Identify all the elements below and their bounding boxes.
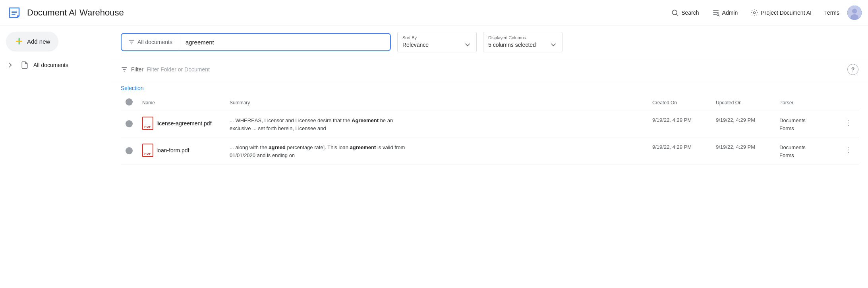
chevron-down-icon <box>464 41 472 49</box>
row-name-cell: PDF loan-form.pdf <box>137 138 225 165</box>
filter-placeholder: Filter Folder or Document <box>147 66 210 73</box>
app-title: Document AI Warehouse <box>27 8 124 18</box>
pdf-icon: PDF <box>142 144 153 157</box>
admin-icon <box>712 9 720 17</box>
pdf-name-wrap: PDF license-agreement.pdf <box>142 117 220 130</box>
row-name-cell: PDF license-agreement.pdf <box>137 111 225 138</box>
col-header-updated-on: Updated On <box>711 94 775 111</box>
row-checkbox-cell <box>121 138 137 165</box>
summary-bold: Agreement <box>352 117 379 123</box>
chevron-right-icon <box>6 61 14 69</box>
row-actions-button[interactable]: ⋮ <box>843 117 854 129</box>
main-content: All documents Sort By Relevance Displaye… <box>111 25 868 288</box>
filter-left: Filter Filter Folder or Document <box>121 66 210 73</box>
help-button[interactable]: ? <box>847 64 858 75</box>
columns-value: 5 columns selected <box>488 42 536 48</box>
col-header-summary: Summary <box>225 94 648 111</box>
row-created-cell: 9/19/22, 4:29 PM <box>648 138 711 165</box>
selection-link[interactable]: Selection <box>121 80 144 94</box>
nav-actions: Search Admin Project Document AI Terms <box>666 6 862 20</box>
search-row: All documents Sort By Relevance Displaye… <box>121 32 858 52</box>
updated-date: 9/19/22, 4:29 PM <box>716 144 755 150</box>
document-filename[interactable]: license-agreement.pdf <box>157 120 212 127</box>
col-header-checkbox <box>121 94 137 111</box>
updated-date: 9/19/22, 4:29 PM <box>716 117 755 123</box>
sort-by-dropdown[interactable]: Sort By Relevance <box>397 32 477 52</box>
logo-area: Document AI Warehouse <box>6 5 666 21</box>
filter-icon <box>121 66 128 73</box>
parser-value: DocumentsForms <box>779 117 833 132</box>
sidebar-item-all-documents[interactable]: All documents <box>0 57 111 73</box>
document-icon <box>21 61 29 69</box>
project-nav-label: Project Document AI <box>761 10 812 16</box>
sidebar-item-label: All documents <box>33 62 68 68</box>
row-actions-button[interactable]: ⋮ <box>843 144 854 156</box>
row-checkbox[interactable] <box>126 147 133 154</box>
row-parser-cell: DocumentsForms <box>775 138 838 165</box>
search-section: All documents Sort By Relevance Displaye… <box>111 25 868 59</box>
svg-line-2 <box>677 14 678 15</box>
more-options-icon: ⋮ <box>845 145 852 154</box>
created-date: 9/19/22, 4:29 PM <box>652 117 692 123</box>
all-documents-filter-label: All documents <box>137 39 172 45</box>
svg-point-6 <box>717 13 719 15</box>
search-icon <box>671 9 679 17</box>
summary-bold: agreed <box>269 144 286 150</box>
filter-row: Filter Filter Folder or Document ? <box>111 59 868 80</box>
row-summary-cell: ... along with the agreed percentage rat… <box>225 138 648 165</box>
pdf-name-wrap: PDF loan-form.pdf <box>142 144 220 157</box>
top-nav: Document AI Warehouse Search Admin Pr <box>0 0 868 25</box>
filter-lines-icon <box>128 38 135 46</box>
pdf-icon-body: PDF <box>142 144 153 157</box>
row-updated-cell: 9/19/22, 4:29 PM <box>711 111 775 138</box>
admin-nav-button[interactable]: Admin <box>707 6 743 20</box>
summary-text: ... along with the agreed percentage rat… <box>230 144 412 159</box>
row-actions-cell: ⋮ <box>838 111 858 138</box>
main-layout: Add new All documents <box>0 25 868 288</box>
row-summary-cell: ... WHEREAS, Licensor and Licensee desir… <box>225 111 648 138</box>
document-filename[interactable]: loan-form.pdf <box>157 147 189 154</box>
terms-nav-button[interactable]: Terms <box>820 6 844 19</box>
row-checkbox-cell <box>121 111 137 138</box>
search-box: All documents <box>121 33 391 51</box>
columns-label: Displayed Columns <box>488 35 557 40</box>
search-nav-label: Search <box>681 10 699 16</box>
more-options-icon: ⋮ <box>845 118 852 127</box>
row-parser-cell: DocumentsForms <box>775 111 838 138</box>
avatar-image <box>847 6 862 20</box>
row-checkbox[interactable] <box>126 120 133 127</box>
table-header-row: Name Summary Created On Updated On Parse… <box>121 94 858 111</box>
pdf-text-label: PDF <box>144 152 151 156</box>
search-input[interactable] <box>179 34 390 50</box>
svg-point-8 <box>754 12 756 13</box>
select-all-checkbox[interactable] <box>126 98 133 106</box>
search-nav-button[interactable]: Search <box>666 6 704 20</box>
terms-nav-label: Terms <box>824 10 839 16</box>
add-new-icon <box>14 36 24 46</box>
documents-table: Name Summary Created On Updated On Parse… <box>121 94 858 165</box>
all-documents-filter-button[interactable]: All documents <box>122 34 179 50</box>
parser-value: DocumentsForms <box>779 144 833 159</box>
add-new-label: Add new <box>27 38 50 45</box>
created-date: 9/19/22, 4:29 PM <box>652 144 692 150</box>
columns-value-row: 5 columns selected <box>488 41 557 49</box>
admin-nav-label: Admin <box>722 10 738 16</box>
col-header-name: Name <box>137 94 225 111</box>
summary-plain: percentage rate]. This loan <box>286 144 350 150</box>
pdf-text-label: PDF <box>144 125 151 129</box>
table-row: PDF loan-form.pdf ... along with the agr… <box>121 138 858 165</box>
project-nav-button[interactable]: Project Document AI <box>746 6 816 20</box>
pdf-icon-body: PDF <box>142 117 153 130</box>
sort-by-value-row: Relevance <box>402 41 472 49</box>
pdf-icon: PDF <box>142 117 153 130</box>
displayed-columns-dropdown[interactable]: Displayed Columns 5 columns selected <box>483 32 563 52</box>
add-new-button[interactable]: Add new <box>6 32 58 51</box>
col-header-actions <box>838 94 858 111</box>
table-section: Selection Name Summary Created On Update… <box>111 80 868 165</box>
svg-line-7 <box>719 15 719 16</box>
avatar[interactable] <box>847 6 862 20</box>
summary-text: ... WHEREAS, Licensor and Licensee desir… <box>230 117 412 132</box>
row-updated-cell: 9/19/22, 4:29 PM <box>711 138 775 165</box>
app-logo-icon <box>6 5 22 21</box>
gear-icon <box>750 9 758 17</box>
